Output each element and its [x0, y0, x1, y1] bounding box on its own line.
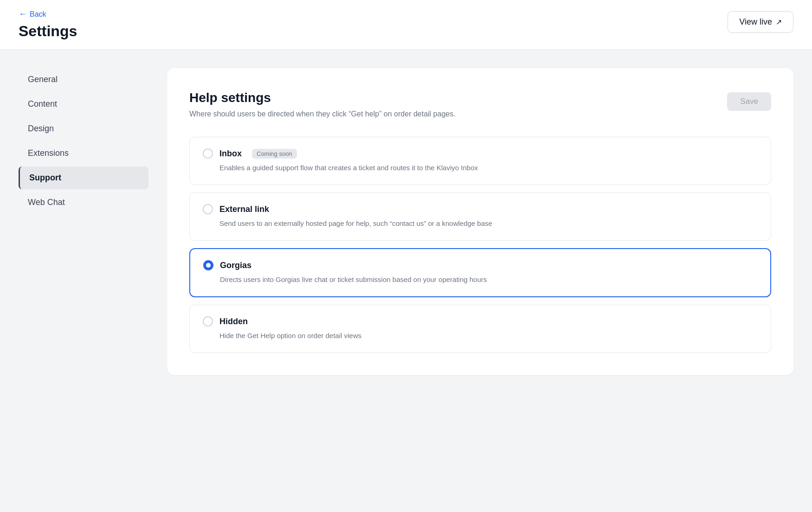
sidebar: General Content Design Extensions Suppor…: [19, 68, 148, 375]
sidebar-item-web-chat-label: Web Chat: [28, 198, 65, 207]
option-hidden-header: Hidden: [203, 316, 758, 326]
sidebar-item-design-label: Design: [28, 124, 54, 133]
option-hidden[interactable]: Hidden Hide the Get Help option on order…: [189, 305, 771, 353]
option-hidden-description: Hide the Get Help option on order detail…: [219, 330, 758, 341]
sidebar-item-extensions-label: Extensions: [28, 148, 69, 158]
help-settings-title: Help settings: [189, 90, 456, 105]
option-external-link-title: External link: [219, 205, 269, 214]
sidebar-item-content-label: Content: [28, 99, 57, 109]
title-section: ← Back Settings: [19, 9, 77, 40]
help-settings-description: Where should users be directed when they…: [189, 110, 456, 118]
sidebar-item-design[interactable]: Design: [19, 117, 148, 140]
sidebar-item-extensions[interactable]: Extensions: [19, 142, 148, 165]
option-hidden-title: Hidden: [219, 317, 248, 326]
content-area: Help settings Where should users be dire…: [167, 68, 793, 375]
option-gorgias-description: Directs users into Gorgias live chat or …: [220, 274, 757, 285]
back-arrow-icon: ←: [19, 9, 27, 19]
option-external-link-header: External link: [203, 204, 758, 214]
main-layout: General Content Design Extensions Suppor…: [0, 50, 812, 394]
sidebar-item-general[interactable]: General: [19, 68, 148, 91]
sidebar-item-content[interactable]: Content: [19, 93, 148, 115]
external-link-icon: ↗: [776, 18, 782, 26]
sidebar-item-support[interactable]: Support: [19, 166, 148, 189]
option-external-link-radio[interactable]: [203, 204, 213, 214]
option-external-link[interactable]: External link Send users to an externall…: [189, 192, 771, 241]
option-gorgias[interactable]: Gorgias Directs users into Gorgias live …: [189, 248, 771, 297]
option-external-link-description: Send users to an externally hosted page …: [219, 218, 758, 229]
option-inbox-radio[interactable]: [203, 148, 213, 159]
sidebar-item-support-label: Support: [29, 173, 61, 182]
option-inbox-description: Enables a guided support flow that creat…: [219, 162, 758, 173]
top-bar: ← Back Settings View live ↗: [0, 0, 812, 50]
back-label: Back: [30, 10, 46, 19]
sidebar-item-general-label: General: [28, 75, 58, 84]
coming-soon-badge: Coming soon: [252, 149, 297, 159]
option-gorgias-radio[interactable]: [203, 260, 213, 270]
radio-inner-dot: [206, 263, 211, 268]
option-inbox[interactable]: Inbox Coming soon Enables a guided suppo…: [189, 137, 771, 185]
option-gorgias-header: Gorgias: [203, 260, 757, 270]
help-settings-title-block: Help settings Where should users be dire…: [189, 90, 456, 118]
sidebar-item-web-chat[interactable]: Web Chat: [19, 191, 148, 214]
option-inbox-title: Inbox: [219, 149, 242, 159]
options-list: Inbox Coming soon Enables a guided suppo…: [189, 137, 771, 353]
save-button[interactable]: Save: [727, 92, 771, 111]
option-hidden-radio[interactable]: [203, 316, 213, 326]
view-live-button[interactable]: View live ↗: [728, 11, 793, 33]
option-inbox-header: Inbox Coming soon: [203, 148, 758, 159]
option-gorgias-title: Gorgias: [220, 261, 251, 270]
back-link[interactable]: ← Back: [19, 9, 77, 19]
page-title: Settings: [19, 23, 77, 40]
help-settings-header: Help settings Where should users be dire…: [189, 90, 771, 118]
view-live-label: View live: [739, 17, 772, 27]
